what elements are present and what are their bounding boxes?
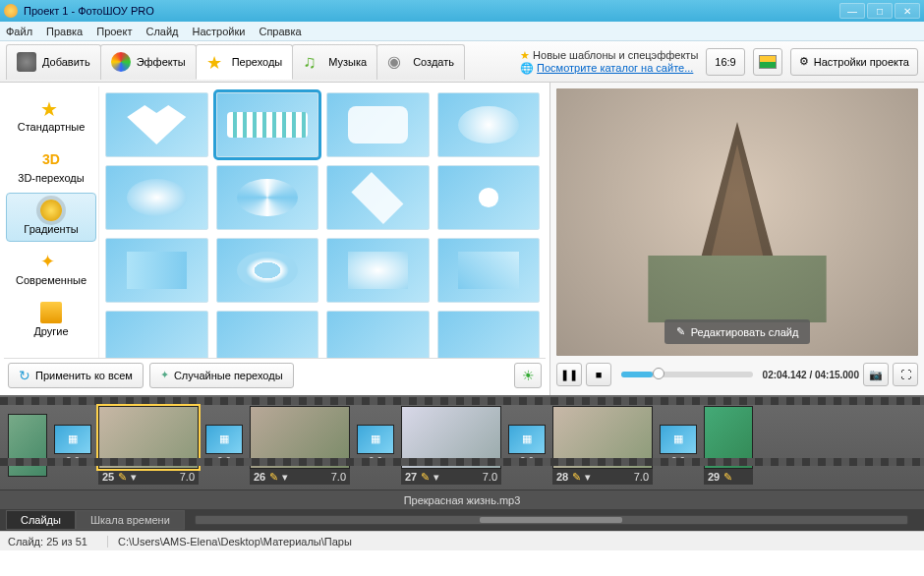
snapshot-button[interactable]: 📷 bbox=[863, 363, 889, 386]
category-standard[interactable]: ★ Стандартные bbox=[6, 90, 96, 140]
category-modern[interactable]: ✦ Современные bbox=[6, 244, 96, 293]
close-button[interactable]: ✕ bbox=[895, 3, 920, 19]
transition-thumb[interactable] bbox=[216, 92, 319, 157]
background-button[interactable] bbox=[753, 48, 782, 76]
slide-thumb[interactable] bbox=[552, 406, 653, 469]
time-display: 02:04.142 / 04:15.000 bbox=[763, 370, 859, 380]
transition-slot[interactable]: ▦2.0 bbox=[204, 425, 244, 467]
add-transition-button[interactable]: ☀ bbox=[514, 363, 542, 388]
status-path: C:\Users\AMS-Elena\Desktop\Материалы\Пар… bbox=[107, 536, 352, 547]
transition-thumb[interactable] bbox=[105, 311, 208, 358]
menu-help[interactable]: Справка bbox=[259, 26, 301, 37]
settings-label: Настройки проекта bbox=[814, 56, 909, 68]
transition-thumb[interactable] bbox=[105, 165, 208, 230]
camera-icon bbox=[17, 52, 36, 72]
tab-add-label: Добавить bbox=[42, 56, 90, 68]
transition-thumb[interactable] bbox=[437, 311, 541, 358]
globe-icon: 🌐 bbox=[520, 62, 534, 74]
transition-slot[interactable]: ▦2.0 bbox=[53, 425, 92, 467]
time-slider[interactable] bbox=[621, 372, 753, 377]
transition-thumb[interactable] bbox=[105, 92, 208, 157]
transition-slot[interactable]: ▦2.0 bbox=[507, 425, 547, 467]
tab-music[interactable]: ♫ Музыка bbox=[292, 44, 377, 80]
app-icon bbox=[4, 4, 18, 18]
view-tab-timeline[interactable]: Шкала времени bbox=[76, 510, 185, 530]
random-transitions-button[interactable]: ✦ Случайные переходы bbox=[149, 363, 294, 388]
edit-slide-button[interactable]: ✎ Редактировать слайд bbox=[664, 319, 811, 344]
transitions-panel: ★ Стандартные 3D 3D-переходы Градиенты ✦… bbox=[0, 83, 550, 395]
tab-transitions-label: Переходы bbox=[232, 56, 283, 68]
slide-thumb-partial[interactable] bbox=[8, 414, 47, 477]
apply-all-button[interactable]: ↻ Применить ко всем bbox=[8, 363, 144, 388]
color-swatch-icon bbox=[759, 55, 777, 69]
transition-thumb[interactable] bbox=[216, 165, 319, 230]
menu-edit[interactable]: Правка bbox=[46, 26, 83, 37]
chevron-down-icon: ▾ bbox=[131, 471, 137, 484]
transition-thumb[interactable] bbox=[437, 165, 541, 230]
plus-icon: ☀ bbox=[522, 368, 535, 383]
menu-project[interactable]: Проект bbox=[96, 26, 132, 37]
star-small-icon: ★ bbox=[520, 49, 530, 61]
gear-icon: ⚙ bbox=[799, 55, 809, 68]
info-link[interactable]: Посмотрите каталог на сайте... bbox=[537, 62, 693, 74]
category-3d[interactable]: 3D 3D-переходы bbox=[6, 142, 96, 191]
tab-transitions[interactable]: ★ Переходы bbox=[196, 44, 294, 80]
window-title: Проект 1 - ФотоШОУ PRO bbox=[24, 5, 839, 17]
menu-file[interactable]: Файл bbox=[6, 26, 32, 37]
transition-thumb[interactable] bbox=[105, 238, 208, 303]
info-line1: Новые шаблоны и спецэффекты bbox=[533, 49, 698, 61]
music-note-icon: ♫ bbox=[303, 52, 322, 72]
transition-thumb[interactable] bbox=[326, 311, 430, 358]
tab-music-label: Музыка bbox=[328, 56, 367, 68]
view-tab-slides[interactable]: Слайды bbox=[6, 510, 76, 530]
maximize-button[interactable]: □ bbox=[867, 3, 893, 19]
transition-thumb[interactable] bbox=[326, 165, 430, 230]
minimize-button[interactable]: — bbox=[839, 3, 865, 19]
box-icon bbox=[40, 302, 62, 323]
slide-thumb[interactable] bbox=[250, 406, 350, 469]
transition-slot[interactable]: ▦2.0 bbox=[659, 425, 698, 467]
tab-create[interactable]: ◉ Создать bbox=[376, 44, 465, 80]
slide-thumb[interactable] bbox=[98, 406, 199, 469]
transition-thumb[interactable] bbox=[326, 92, 430, 157]
tab-effects-label: Эффекты bbox=[137, 56, 186, 68]
transition-slot[interactable]: ▦2.0 bbox=[356, 425, 395, 467]
info-box: ★ Новые шаблоны и спецэффекты 🌐 Посмотри… bbox=[520, 49, 698, 75]
category-other[interactable]: Другие bbox=[6, 295, 96, 344]
fullscreen-button[interactable]: ⛶ bbox=[893, 363, 918, 386]
menu-slide[interactable]: Слайд bbox=[145, 26, 178, 37]
stop-button[interactable]: ■ bbox=[586, 363, 611, 386]
menu-settings[interactable]: Настройки bbox=[193, 26, 246, 37]
pause-button[interactable]: ❚❚ bbox=[556, 363, 582, 386]
palette-icon bbox=[111, 52, 131, 72]
aspect-ratio-button[interactable]: 16:9 bbox=[706, 48, 744, 76]
pencil-icon: ✎ bbox=[118, 471, 127, 484]
transition-grid bbox=[98, 86, 546, 358]
3d-icon: 3D bbox=[40, 148, 62, 170]
tab-create-label: Создать bbox=[413, 56, 454, 68]
transition-thumb[interactable] bbox=[437, 238, 541, 303]
slide-thumb[interactable] bbox=[401, 406, 501, 469]
preview-panel: ✎ Редактировать слайд ❚❚ ■ 02:04.142 / 0… bbox=[550, 83, 924, 395]
transition-thumb[interactable] bbox=[437, 92, 541, 157]
tab-add[interactable]: Добавить bbox=[6, 44, 101, 80]
slide-thumb[interactable] bbox=[704, 406, 753, 469]
horizontal-scrollbar[interactable] bbox=[195, 515, 908, 525]
film-strip[interactable]: ▦2.0 25✎▾7.0 ▦2.0 26✎▾7.0 ▦2.0 27✎▾7.0 ▦… bbox=[0, 395, 924, 490]
titlebar: Проект 1 - ФотоШОУ PRO — □ ✕ bbox=[0, 0, 924, 22]
timeline: ▦2.0 25✎▾7.0 ▦2.0 26✎▾7.0 ▦2.0 27✎▾7.0 ▦… bbox=[0, 395, 924, 531]
menubar: Файл Правка Проект Слайд Настройки Справ… bbox=[0, 22, 924, 41]
transition-thumb[interactable] bbox=[326, 238, 430, 303]
transition-thumb[interactable] bbox=[216, 238, 319, 303]
audio-track[interactable]: Прекрасная жизнь.mp3 bbox=[0, 490, 924, 509]
main-toolbar: Добавить Эффекты ★ Переходы ♫ Музыка ◉ С… bbox=[0, 41, 924, 83]
tab-effects[interactable]: Эффекты bbox=[100, 44, 197, 80]
star-icon: ★ bbox=[206, 52, 226, 72]
transition-thumb[interactable] bbox=[216, 311, 319, 358]
category-list: ★ Стандартные 3D 3D-переходы Градиенты ✦… bbox=[4, 86, 98, 358]
wand-icon: ✦ bbox=[160, 369, 169, 381]
refresh-icon: ↻ bbox=[19, 368, 30, 383]
category-gradients[interactable]: Градиенты bbox=[6, 193, 96, 242]
statusbar: Слайд: 25 из 51 C:\Users\AMS-Elena\Deskt… bbox=[0, 531, 924, 550]
project-settings-button[interactable]: ⚙ Настройки проекта bbox=[790, 48, 918, 76]
